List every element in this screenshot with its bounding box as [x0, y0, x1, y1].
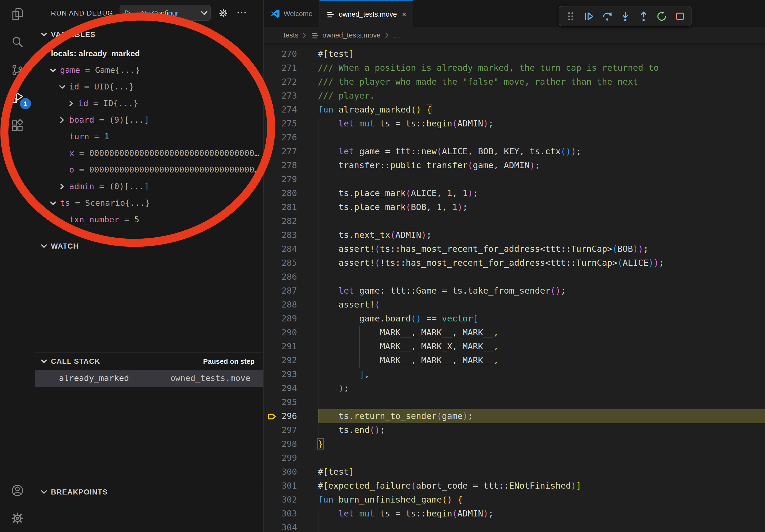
breakpoint-gutter[interactable] [264, 368, 279, 382]
breakpoint-gutter[interactable] [264, 131, 279, 145]
line-number[interactable]: 276 [279, 131, 297, 145]
variable-row-game[interactable]: game = Game{...} [35, 62, 263, 78]
line-number[interactable]: 271 [279, 61, 297, 75]
drag-handle[interactable] [562, 8, 578, 24]
variable-row-txn_number[interactable]: txn_number = 5 [35, 211, 263, 228]
chevron-down-icon[interactable] [48, 66, 58, 74]
code-line-content[interactable]: /// When a position is already marked, t… [318, 61, 765, 75]
breakpoint-gutter[interactable] [264, 284, 279, 298]
code-line-content[interactable]: #[expected_failure(abort_code = ttt::ENo… [318, 479, 765, 493]
line-number[interactable]: 287 [279, 284, 297, 298]
restart-button[interactable] [653, 8, 670, 24]
breakpoint-gutter[interactable] [264, 117, 279, 131]
code-line-content[interactable]: /// player. [318, 89, 765, 103]
call-stack-frame[interactable]: already_markedowned_tests.move [35, 370, 263, 387]
tab-owned-tests-move[interactable]: owned_tests.move× [320, 0, 413, 27]
step-into-button[interactable] [617, 8, 633, 24]
breakpoint-gutter[interactable] [264, 340, 279, 354]
line-number[interactable]: 296 [279, 409, 297, 423]
code-line-content[interactable]: assert!( [318, 298, 765, 312]
chevron-down-icon[interactable] [39, 49, 49, 58]
activity-item-search[interactable] [0, 28, 35, 56]
line-number[interactable]: 295 [279, 396, 297, 409]
breakpoint-gutter[interactable] [264, 312, 279, 326]
line-number[interactable]: 294 [279, 382, 297, 396]
line-number[interactable]: 304 [279, 521, 297, 532]
breakpoint-gutter[interactable] [264, 451, 279, 465]
line-number[interactable]: 288 [279, 298, 297, 312]
code-line-content[interactable] [318, 172, 765, 186]
line-number[interactable]: 297 [279, 423, 297, 437]
chevron-right-icon[interactable] [66, 99, 77, 108]
stop-button[interactable] [672, 8, 688, 24]
chevron-right-icon[interactable] [57, 116, 68, 124]
breakpoint-gutter[interactable] [264, 242, 279, 256]
breakpoints-header[interactable]: BREAKPOINTS [35, 483, 263, 500]
line-number[interactable]: 303 [279, 507, 297, 521]
activity-item-run-and-debug[interactable]: 1 [0, 84, 35, 112]
breakpoint-gutter[interactable] [264, 437, 279, 451]
breakpoint-gutter[interactable] [264, 493, 279, 507]
code-line-content[interactable]: MARK__, MARK__, MARK__, [318, 326, 765, 340]
activity-item-account[interactable] [0, 476, 35, 504]
activity-item-settings[interactable] [0, 504, 35, 532]
code-line-content[interactable]: fun already_marked() { [318, 103, 765, 117]
breakpoint-gutter[interactable] [264, 158, 279, 172]
code-line-content[interactable]: ts.return_to_sender(game); [318, 409, 765, 423]
breakpoint-gutter[interactable] [264, 521, 279, 532]
line-number[interactable]: 290 [279, 326, 297, 340]
breakpoint-gutter[interactable] [264, 61, 279, 75]
continue-button[interactable] [581, 8, 597, 24]
start-debug-icon[interactable] [120, 5, 136, 20]
code-line-content[interactable]: fun burn_unfinished_game() { [318, 493, 765, 507]
breakpoint-gutter[interactable] [264, 103, 279, 117]
close-icon[interactable]: × [402, 10, 406, 19]
line-number[interactable]: 281 [279, 200, 297, 214]
line-number[interactable]: 285 [279, 256, 297, 270]
code-line-content[interactable]: ts.end(); [318, 423, 765, 437]
activity-item-source-control[interactable] [0, 56, 35, 84]
code-line-content[interactable]: let game = ttt::new(ALICE, BOB, KEY, ts.… [318, 145, 765, 158]
code-line-content[interactable]: /// the player who made the "false" move… [318, 75, 765, 89]
breakpoint-gutter[interactable] [264, 89, 279, 103]
breadcrumb-item[interactable]: owned_tests.move [323, 31, 381, 39]
code-line-content[interactable] [318, 451, 765, 465]
variable-row-ts[interactable]: ts = Scenario{...} [35, 194, 263, 211]
code-line-content[interactable]: let mut ts = ts::begin(ADMIN); [318, 117, 765, 131]
code-line-content[interactable]: let game: ttt::Game = ts.take_from_sende… [318, 284, 765, 298]
breakpoint-gutter[interactable] [264, 298, 279, 312]
code-line-content[interactable] [318, 396, 765, 409]
code-line-content[interactable]: let mut ts = ts::begin(ADMIN); [318, 507, 765, 521]
line-number[interactable]: 277 [279, 145, 297, 158]
line-number[interactable]: 280 [279, 186, 297, 200]
chevron-down-icon[interactable] [57, 82, 68, 91]
breadcrumb-item[interactable]: tests [284, 31, 298, 39]
line-number[interactable]: 291 [279, 340, 297, 354]
tab-welcome[interactable]: Welcome [264, 0, 320, 27]
breakpoint-gutter[interactable] [264, 200, 279, 214]
line-number[interactable]: 302 [279, 493, 297, 507]
breakpoint-gutter[interactable] [264, 423, 279, 437]
line-number[interactable]: 298 [279, 437, 297, 451]
chevron-down-icon[interactable] [48, 198, 58, 207]
code-line-content[interactable]: assert!(!ts::has_most_recent_for_address… [318, 256, 765, 270]
variable-row-o[interactable]: o = 000000000000000000000000000000000000… [35, 161, 263, 178]
call-stack-header[interactable]: CALL STACK Paused on step [35, 353, 263, 370]
variable-row-id[interactable]: id = UID{...} [35, 78, 263, 95]
breakpoint-gutter[interactable] [264, 75, 279, 89]
variable-row-turn[interactable]: turn = 1 [35, 128, 263, 145]
line-number[interactable]: 273 [279, 89, 297, 103]
variable-row-x[interactable]: x = 000000000000000000000000000000000000… [35, 145, 263, 161]
variable-row-board[interactable]: board = (9)[...] [35, 112, 263, 128]
code-line-content[interactable]: assert!(ts::has_most_recent_for_address<… [318, 242, 765, 256]
variables-header[interactable]: VARIABLES [35, 26, 263, 43]
debug-settings-gear-icon[interactable] [218, 8, 228, 18]
line-number[interactable]: 289 [279, 312, 297, 326]
line-number[interactable]: 292 [279, 354, 297, 368]
code-line-content[interactable]: ts.place_mark(BOB, 1, 1); [318, 200, 765, 214]
variables-scope-row[interactable]: locals: already_marked [35, 45, 263, 62]
line-number[interactable]: 282 [279, 214, 297, 228]
line-number[interactable]: 272 [279, 75, 297, 89]
code-line-content[interactable]: transfer::public_transfer(game, ADMIN); [318, 158, 765, 172]
line-number[interactable]: 275 [279, 117, 297, 131]
